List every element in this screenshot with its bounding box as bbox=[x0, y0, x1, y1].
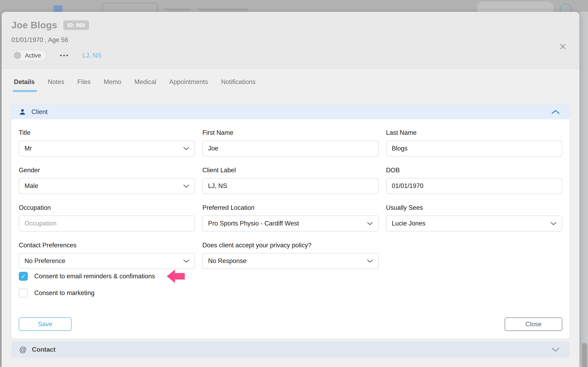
arrow-head bbox=[167, 269, 175, 283]
contact-section-title: Contact bbox=[32, 346, 56, 353]
contact-preferences-select[interactable]: No Preference bbox=[19, 253, 195, 269]
title-select[interactable]: Mr bbox=[19, 141, 195, 156]
arrow-tail bbox=[175, 273, 185, 280]
first-name-label: First Name bbox=[202, 129, 379, 136]
tab-notes[interactable]: Notes bbox=[48, 78, 64, 93]
contact-preferences-label: Contact Preferences bbox=[19, 242, 195, 249]
privacy-policy-label: Does client accept your privacy policy? bbox=[202, 242, 379, 249]
client-section-title: Client bbox=[31, 108, 48, 116]
occupation-input[interactable] bbox=[25, 220, 189, 227]
close-icon[interactable]: ✕ bbox=[559, 42, 567, 51]
field-usually-sees: Usually Sees Lucie Jones bbox=[386, 204, 562, 231]
first-name-input[interactable] bbox=[208, 145, 373, 152]
tab-medical[interactable]: Medical bbox=[134, 78, 156, 93]
last-name-label: Last Name bbox=[386, 129, 562, 136]
tab-details[interactable]: Details bbox=[14, 78, 35, 93]
form-actions: Save Close bbox=[19, 317, 562, 331]
chevron-up-icon[interactable] bbox=[551, 109, 560, 114]
person-icon bbox=[19, 108, 26, 116]
gender-select[interactable]: Male bbox=[19, 178, 195, 194]
tab-appointments-label: Appointments bbox=[169, 78, 208, 85]
tab-appointments[interactable]: Appointments bbox=[169, 78, 208, 93]
client-label-input[interactable] bbox=[208, 182, 373, 190]
tab-memo[interactable]: Memo bbox=[104, 78, 121, 93]
usually-sees-label: Usually Sees bbox=[386, 204, 562, 211]
chevron-down-icon bbox=[183, 259, 189, 263]
client-dob-age: 01/01/1970 , Age 56 bbox=[11, 36, 568, 44]
chevron-down-icon[interactable] bbox=[551, 347, 560, 352]
tab-notifications-label: Notifications bbox=[221, 78, 256, 85]
preferred-location-value: Pro Sports Physio - Cardiff West bbox=[208, 220, 367, 227]
field-contact-preferences: Contact Preferences No Preference bbox=[19, 242, 195, 269]
occupation-input-wrap bbox=[19, 216, 195, 231]
background-text-smudge bbox=[197, 8, 248, 11]
app-logo-icon bbox=[53, 5, 62, 12]
tab-files[interactable]: Files bbox=[77, 78, 91, 93]
gender-value: Male bbox=[25, 182, 183, 190]
scrollbar-thumb[interactable] bbox=[582, 343, 587, 367]
at-icon: @ bbox=[19, 345, 27, 354]
client-label-input-wrap bbox=[202, 178, 379, 194]
contact-preferences-value: No Preference bbox=[25, 257, 183, 265]
close-button[interactable]: Close bbox=[505, 317, 562, 331]
contact-section-card: @ Contact bbox=[11, 342, 570, 358]
chevron-down-icon bbox=[183, 184, 189, 188]
status-toggle[interactable]: Active bbox=[11, 50, 47, 61]
last-name-input[interactable] bbox=[392, 145, 557, 152]
consent-marketing-checkbox[interactable] bbox=[19, 289, 28, 298]
preferred-location-label: Preferred Location bbox=[202, 204, 379, 211]
client-section-card: Client Title Mr First Name bbox=[11, 105, 570, 339]
last-name-input-wrap bbox=[386, 141, 562, 156]
client-details-modal: Joe Blogs ID: 669 01/01/1970 , Age 56 Ac… bbox=[2, 12, 579, 367]
client-label-label: Client Label bbox=[202, 167, 379, 174]
field-preferred-location: Preferred Location Pro Sports Physio - C… bbox=[202, 204, 379, 231]
field-occupation: Occupation bbox=[19, 204, 195, 231]
title-label: Title bbox=[19, 129, 195, 136]
first-name-input-wrap bbox=[202, 141, 379, 156]
dob-input-wrap bbox=[386, 178, 562, 194]
field-first-name: First Name bbox=[202, 129, 379, 156]
field-privacy-policy: Does client accept your privacy policy? … bbox=[202, 242, 379, 269]
chevron-down-icon bbox=[367, 222, 373, 225]
consent-email-checkbox[interactable]: ✓ bbox=[19, 272, 28, 281]
backdrop-right-strip bbox=[579, 12, 588, 367]
tab-notes-label: Notes bbox=[48, 78, 64, 85]
occupation-label: Occupation bbox=[19, 204, 195, 211]
consent-email-label: Consent to email reminders & confimation… bbox=[34, 273, 155, 280]
tab-memo-label: Memo bbox=[104, 78, 121, 85]
status-toggle-knob-icon bbox=[13, 52, 21, 59]
consent-marketing-row: Consent to marketing bbox=[19, 289, 562, 298]
background-search-pill bbox=[477, 2, 553, 12]
save-button[interactable]: Save bbox=[19, 317, 71, 331]
client-section-header[interactable]: Client bbox=[11, 105, 570, 119]
check-icon: ✓ bbox=[21, 273, 26, 280]
usually-sees-select[interactable]: Lucie Jones bbox=[386, 216, 562, 231]
preferred-location-select[interactable]: Pro Sports Physio - Cardiff West bbox=[202, 216, 379, 231]
client-name: Joe Blogs bbox=[11, 20, 57, 31]
active-tab-underline bbox=[13, 90, 37, 92]
gender-label: Gender bbox=[19, 167, 195, 174]
tab-files-label: Files bbox=[77, 78, 91, 85]
field-dob: DOB bbox=[386, 167, 562, 194]
field-title: Title Mr bbox=[19, 129, 195, 156]
consent-email-row: ✓ Consent to email reminders & confimati… bbox=[19, 272, 562, 281]
client-labels-link[interactable]: LJ, NS bbox=[82, 52, 102, 59]
annotation-arrow-icon bbox=[167, 269, 185, 283]
field-gender: Gender Male bbox=[19, 167, 195, 194]
background-avatar bbox=[560, 4, 572, 12]
field-client-label: Client Label bbox=[202, 167, 379, 194]
modal-header: Joe Blogs ID: 669 01/01/1970 , Age 56 Ac… bbox=[2, 12, 579, 68]
tab-notifications[interactable]: Notifications bbox=[221, 78, 256, 93]
contact-section-header[interactable]: @ Contact bbox=[11, 342, 570, 358]
more-options-icon[interactable]: ••• bbox=[60, 52, 69, 58]
usually-sees-value: Lucie Jones bbox=[392, 220, 550, 227]
background-text-smudge bbox=[164, 8, 191, 11]
dob-input[interactable] bbox=[392, 182, 557, 190]
title-value: Mr bbox=[25, 145, 183, 152]
tab-details-label: Details bbox=[14, 78, 35, 85]
tab-bar: Details Notes Files Memo Medical Appoint… bbox=[2, 68, 579, 93]
empty-grid-cell bbox=[386, 242, 562, 269]
consent-marketing-label: Consent to marketing bbox=[34, 289, 95, 297]
privacy-policy-select[interactable]: No Response bbox=[202, 253, 379, 269]
dob-label: DOB bbox=[386, 167, 562, 174]
